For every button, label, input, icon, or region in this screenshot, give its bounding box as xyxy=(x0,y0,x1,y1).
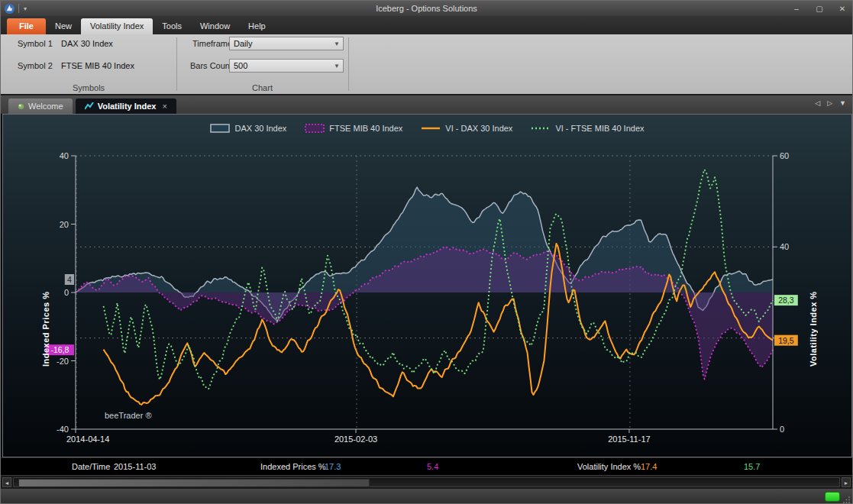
last-value-marker-text: -16,8 xyxy=(51,345,69,354)
legend-swatch-icon xyxy=(421,124,441,133)
last-value-marker-text: 19,5 xyxy=(778,336,794,345)
menu-new[interactable]: New xyxy=(46,18,81,34)
menu-window[interactable]: Window xyxy=(191,18,239,34)
symbol1-label: Symbol 1 xyxy=(18,39,53,48)
tab-scroll-left-icon[interactable]: ◁ xyxy=(815,99,820,107)
legend-item[interactable]: VI - DAX 30 Index xyxy=(421,124,512,133)
legend-label: VI - DAX 30 Index xyxy=(445,124,512,133)
resize-grip[interactable] xyxy=(843,496,851,503)
document-tab-strip: Welcome Volatility Index × ◁ ▷ ▼ xyxy=(1,95,852,114)
chart-panel: DAX 30 IndexFTSE MIB 40 IndexVI - DAX 30… xyxy=(2,114,852,457)
chevron-down-icon: ▼ xyxy=(334,40,340,47)
tab-welcome[interactable]: Welcome xyxy=(8,99,73,114)
bars-count-value: 500 xyxy=(234,61,247,70)
symbols-group-caption: Symbols xyxy=(1,83,176,92)
tab-close-icon[interactable]: × xyxy=(162,102,166,111)
tab-welcome-label: Welcome xyxy=(28,102,63,111)
tick-label: 40 xyxy=(60,151,69,160)
tick-label: -20 xyxy=(57,357,69,366)
chart-group-caption: Chart xyxy=(176,83,348,92)
legend-label: VI - FTSE MIB 40 Index xyxy=(555,124,644,133)
window-title: Iceberg - Options Solutions xyxy=(1,4,852,13)
timeframe-label: Timeframe xyxy=(192,39,232,48)
bars-count-select[interactable]: 500 ▼ xyxy=(229,59,344,73)
legend-item[interactable]: FTSE MIB 40 Index xyxy=(305,124,402,133)
x-axis-date-label: 2015-02-03 xyxy=(334,435,377,444)
connection-status-indicator xyxy=(825,492,840,502)
status-date-value: 2015-11-03 xyxy=(114,462,156,471)
horizontal-scrollbar: ◄ ► xyxy=(1,475,852,490)
tick-label: 20 xyxy=(60,220,69,229)
menu-help[interactable]: Help xyxy=(239,18,275,34)
tab-scroll-right-icon[interactable]: ▷ xyxy=(827,99,832,107)
minimize-button[interactable]: – xyxy=(791,5,802,13)
legend-item[interactable]: VI - FTSE MIB 40 Index xyxy=(531,124,644,133)
chart-legend: DAX 30 IndexFTSE MIB 40 IndexVI - DAX 30… xyxy=(3,124,851,133)
status-vol-value-dax: 17.4 xyxy=(641,462,657,471)
menu-tools[interactable]: Tools xyxy=(153,18,191,34)
tick-label: 0 xyxy=(64,288,69,297)
status-vol-label: Volatility Index % xyxy=(577,462,641,471)
symbol2-label: Symbol 2 xyxy=(18,61,53,70)
maximize-button[interactable]: ▢ xyxy=(814,5,825,13)
status-bar: Date/Time 2015-11-03 Indexed Prices % 17… xyxy=(1,457,852,476)
close-button[interactable]: ✕ xyxy=(837,5,848,13)
chart-plot[interactable]: 40200-20-4060402002014-04-142015-02-0320… xyxy=(3,115,851,457)
x-axis-date-label: 2014-04-14 xyxy=(66,435,109,444)
status-prices-value-dax: 17.3 xyxy=(325,462,341,471)
scroll-right-arrow-icon[interactable]: ► xyxy=(842,477,851,487)
status-prices-label: Indexed Prices % xyxy=(260,462,326,471)
bottom-bar xyxy=(1,489,852,504)
legend-swatch-icon xyxy=(210,124,230,133)
tab-volatility-index-label: Volatility Index xyxy=(98,102,157,111)
left-axis-title: Indexed Prices % xyxy=(41,229,50,367)
ribbon-divider-2 xyxy=(348,37,349,91)
legend-label: FTSE MIB 40 Index xyxy=(329,124,402,133)
menu-file[interactable]: File xyxy=(7,18,46,34)
legend-item[interactable]: DAX 30 Index xyxy=(210,124,286,133)
bars-count-label: Bars Count xyxy=(190,61,232,70)
window-controls: – ▢ ✕ xyxy=(791,1,848,16)
scroll-left-arrow-icon[interactable]: ◄ xyxy=(2,477,11,487)
scrollbar-thumb[interactable] xyxy=(18,479,370,487)
status-date-label: Date/Time xyxy=(72,462,110,471)
title-bar: ▾ Iceberg - Options Solutions – ▢ ✕ xyxy=(1,1,852,16)
chevron-down-icon: ▼ xyxy=(334,63,340,69)
last-value-marker-text: 4 xyxy=(67,275,72,284)
app-window: ▾ Iceberg - Options Solutions – ▢ ✕ File… xyxy=(0,0,853,504)
tab-list-icon[interactable]: ▼ xyxy=(839,99,846,107)
symbol2-value[interactable]: FTSE MIB 40 Index xyxy=(61,61,134,70)
right-axis-title: Volatility Index % xyxy=(809,229,818,367)
symbol1-value[interactable]: DAX 30 Index xyxy=(61,39,113,48)
legend-swatch-icon xyxy=(531,124,551,133)
tick-label: 40 xyxy=(780,242,789,251)
tick-label: 60 xyxy=(780,151,789,160)
status-prices-value-ftse: 5.4 xyxy=(427,462,438,471)
tick-label: -40 xyxy=(57,425,69,434)
welcome-tab-icon xyxy=(18,103,24,110)
menu-volatility-index[interactable]: Volatility Index xyxy=(81,18,153,34)
watermark: beeTrader ® xyxy=(105,411,152,420)
status-vol-value-ftse: 15.7 xyxy=(744,462,760,471)
tab-scroll-controls: ◁ ▷ ▼ xyxy=(815,99,846,107)
scrollbar-track[interactable] xyxy=(13,477,840,487)
tab-volatility-index[interactable]: Volatility Index × xyxy=(76,99,176,114)
timeframe-value: Daily xyxy=(234,39,252,48)
x-axis-date-label: 2015-11-17 xyxy=(608,435,650,444)
timeframe-select[interactable]: Daily ▼ xyxy=(229,37,344,50)
legend-swatch-icon xyxy=(305,124,325,133)
last-value-marker-text: 28,3 xyxy=(778,296,794,305)
menu-bar: File New Volatility Index Tools Window H… xyxy=(1,16,852,34)
chart-tab-icon xyxy=(85,102,94,110)
ribbon: Symbol 1 DAX 30 Index Symbol 2 FTSE MIB … xyxy=(1,34,852,95)
tick-label: 0 xyxy=(780,425,784,434)
legend-label: DAX 30 Index xyxy=(234,124,286,133)
